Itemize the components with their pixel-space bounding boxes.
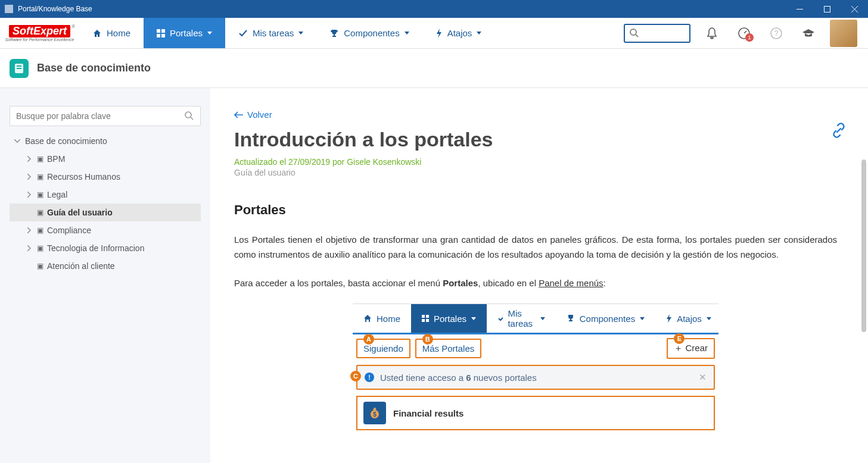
folder-icon: ▣ [37, 155, 43, 163]
svg-rect-18 [422, 319, 425, 322]
notice-text: Usted tiene acceso a 6 nuevos portales [380, 373, 537, 383]
tree-root-label: Base de conocimiento [25, 136, 107, 146]
minimize-icon [797, 9, 803, 10]
nav-label: Portales [170, 28, 203, 38]
maximize-icon [824, 6, 830, 12]
arrow-left-icon [234, 111, 244, 118]
nav-portales[interactable]: Portales [144, 18, 225, 48]
home-icon [363, 314, 372, 323]
callout-a: A [363, 334, 374, 345]
sidebar-search[interactable] [10, 106, 201, 126]
global-search[interactable] [624, 24, 690, 43]
svg-text:?: ? [774, 29, 779, 37]
bolt-icon [435, 29, 443, 38]
caret-icon [640, 317, 645, 320]
article-content: Volver Introducción a los portales Actua… [210, 88, 868, 463]
tree-item-label: Tecnologia de Informacion [47, 243, 144, 253]
copy-link-button[interactable] [831, 123, 847, 138]
maximize-button[interactable] [813, 0, 841, 18]
folder-icon: ▣ [37, 226, 43, 234]
tree-item-label: Guía del usuario [47, 208, 113, 217]
user-avatar[interactable] [830, 20, 857, 47]
caret-icon [207, 32, 212, 35]
tree-item-legal[interactable]: ▣ Legal [10, 186, 201, 204]
help-button[interactable]: ? [766, 23, 787, 44]
search-icon [630, 29, 639, 37]
top-navigation: SoftExpert Software for Performance Exce… [0, 18, 868, 49]
svg-point-14 [185, 112, 191, 118]
logo[interactable]: SoftExpert Software for Performance Exce… [0, 18, 79, 48]
svg-rect-3 [161, 29, 165, 33]
chevron-right-icon [25, 192, 33, 198]
article-category: Guía del usuario [234, 168, 837, 177]
trophy-icon [329, 29, 339, 38]
article-title: Introducción a los portales [234, 128, 837, 151]
svg-rect-0 [797, 9, 803, 10]
nav-items: Home Portales Mis tareas Componentes [79, 18, 494, 48]
folder-icon: ▣ [37, 262, 43, 270]
caret-icon [540, 317, 545, 320]
svg-rect-17 [426, 315, 429, 318]
timer-button[interactable]: 1 [733, 23, 755, 44]
check-icon [497, 315, 503, 322]
folder-icon: ▣ [37, 244, 43, 252]
embedded-notice: ! Usted tiene acceso a 6 nuevos portales… [356, 365, 715, 390]
tree-item-atencion-cliente[interactable]: ▣ Atención al cliente [10, 257, 201, 275]
caret-icon [477, 32, 481, 35]
chevron-right-icon [25, 227, 33, 233]
tree-root[interactable]: Base de conocimiento [10, 132, 201, 150]
scrollbar-thumb[interactable] [861, 159, 866, 332]
tree-item-label: Compliance [47, 226, 91, 235]
embedded-portal-item: $ Financial results [356, 396, 715, 430]
nav-componentes[interactable]: Componentes [316, 18, 422, 48]
notifications-button[interactable] [701, 23, 723, 44]
tree-item-compliance[interactable]: ▣ Compliance [10, 221, 201, 239]
emb-nav-home: Home [353, 304, 411, 333]
grid-icon [422, 315, 429, 322]
sidebar-search-input[interactable] [16, 111, 185, 121]
tree-item-label: Legal [47, 190, 67, 199]
tree-item-recursos-humanos[interactable]: ▣ Recursos Humanos [10, 168, 201, 186]
section-heading: Portales [234, 202, 837, 218]
bolt-icon [666, 314, 672, 323]
tree-item-label: Atención al cliente [47, 261, 115, 271]
trophy-icon [567, 314, 575, 323]
back-link[interactable]: Volver [234, 110, 272, 120]
academy-button[interactable] [798, 23, 819, 44]
emb-tab-mas-portales: B Más Portales [415, 339, 482, 358]
tree-item-bpm[interactable]: ▣ BPM [10, 150, 201, 168]
nav-atajos[interactable]: Atajos [422, 18, 495, 48]
nav-home[interactable]: Home [79, 18, 144, 48]
link-icon [831, 123, 847, 138]
emb-tab-crear: E ＋Crear [667, 338, 715, 359]
plus-icon: ＋ [674, 343, 683, 353]
svg-rect-2 [157, 29, 160, 33]
embedded-tabs: A Siguiendo B Más Portales E ＋Crear [356, 338, 715, 359]
svg-rect-16 [422, 315, 425, 318]
chevron-right-icon [25, 245, 33, 251]
nav-label: Atajos [447, 28, 472, 38]
callout-e: E [674, 333, 685, 344]
embedded-notice-wrap: C ! Usted tiene acceso a 6 nuevos portal… [356, 365, 715, 390]
caret-icon [405, 32, 409, 35]
folder-icon: ▣ [37, 190, 43, 199]
help-icon: ? [770, 27, 783, 40]
tree-item-guia-del-usuario[interactable]: ▣ Guía del usuario [10, 204, 201, 221]
embedded-tabs-wrap: A Siguiendo B Más Portales E ＋Crear [353, 333, 718, 436]
emb-nav-atajos: Atajos [655, 304, 722, 333]
embedded-screenshot: Home Portales Mis tareas Componen [353, 304, 718, 436]
minimize-button[interactable] [786, 0, 813, 18]
close-icon [851, 6, 858, 12]
money-bag-icon: $ [363, 402, 386, 424]
emb-nav-portales: Portales [411, 304, 487, 333]
close-button[interactable] [841, 0, 868, 18]
nav-mis-tareas[interactable]: Mis tareas [225, 18, 316, 48]
info-icon: ! [365, 373, 374, 382]
embedded-nav: Home Portales Mis tareas Componen [353, 304, 718, 333]
back-label: Volver [247, 110, 272, 120]
emb-tab-siguiendo: A Siguiendo [356, 339, 410, 358]
knowledge-base-icon [10, 59, 29, 78]
tree-item-label: Recursos Humanos [47, 172, 120, 182]
tree-item-tecnologia[interactable]: ▣ Tecnologia de Informacion [10, 239, 201, 257]
caret-icon [471, 317, 476, 320]
